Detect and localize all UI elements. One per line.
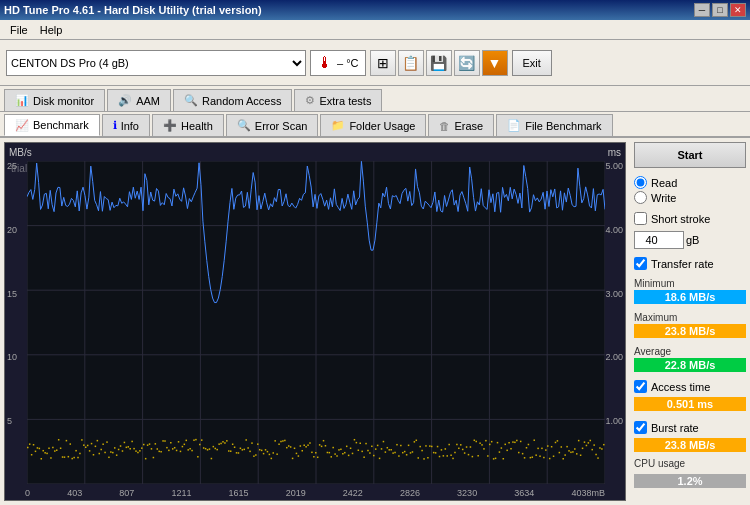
benchmark-label: Benchmark (33, 119, 89, 131)
minimum-label: Minimum (634, 278, 746, 289)
maximum-label: Maximum (634, 312, 746, 323)
icon-btn-4[interactable]: 🔄 (454, 50, 480, 76)
error-scan-label: Error Scan (255, 120, 308, 132)
transfer-rate-checkbox[interactable] (634, 257, 647, 270)
minimum-value: 18.6 MB/s (634, 290, 746, 304)
y-right-300: 3.00 (605, 289, 625, 299)
chart-area: MB/s ms trial version 25 20 15 10 5 5.00… (4, 142, 626, 501)
tabs-row2: 📈 Benchmark ℹ Info ➕ Health 🔍 Error Scan… (0, 112, 750, 138)
start-button[interactable]: Start (634, 142, 746, 168)
y-right-200: 2.00 (605, 352, 625, 362)
write-radio[interactable] (634, 191, 647, 204)
write-radio-label[interactable]: Write (634, 191, 746, 204)
tab-health[interactable]: ➕ Health (152, 114, 224, 136)
tab-benchmark[interactable]: 📈 Benchmark (4, 114, 100, 136)
benchmark-chart (27, 161, 605, 484)
right-panel: Start Read Write Short stroke gB Transfe… (630, 138, 750, 505)
tabs-row1: 📊 Disk monitor 🔊 AAM 🔍 Random Access ⚙ E… (0, 86, 750, 112)
icon-btn-3[interactable]: 💾 (426, 50, 452, 76)
access-time-checkbox-label-text: Access time (651, 381, 710, 393)
tab-folder-usage[interactable]: 📁 Folder Usage (320, 114, 426, 136)
x-3634: 3634 (514, 488, 534, 498)
window-title: HD Tune Pro 4.61 - Hard Disk Utility (tr… (4, 4, 262, 16)
short-stroke-checkbox-label[interactable]: Short stroke (634, 212, 746, 225)
file-benchmark-icon: 📄 (507, 119, 521, 132)
access-time-value: 0.501 ms (634, 397, 746, 411)
disk-monitor-icon: 📊 (15, 94, 29, 107)
file-menu[interactable]: File (4, 22, 34, 38)
file-benchmark-label: File Benchmark (525, 120, 601, 132)
y-axis-right: 5.00 4.00 3.00 2.00 1.00 (605, 143, 625, 480)
help-menu[interactable]: Help (34, 22, 69, 38)
minimize-button[interactable]: ─ (694, 3, 710, 17)
burst-rate-checkbox[interactable] (634, 421, 647, 434)
x-807: 807 (119, 488, 134, 498)
y-left-10: 10 (5, 352, 17, 362)
transfer-rate-checkbox-label[interactable]: Transfer rate (634, 257, 746, 270)
average-section: Average 22.8 MB/s (634, 346, 746, 372)
y-left-25: 25 (5, 161, 17, 171)
folder-usage-label: Folder Usage (349, 120, 415, 132)
tab-disk-monitor[interactable]: 📊 Disk monitor (4, 89, 105, 111)
y-right-100: 1.00 (605, 416, 625, 426)
x-0: 0 (25, 488, 30, 498)
x-4038: 4038mB (571, 488, 605, 498)
error-scan-icon: 🔍 (237, 119, 251, 132)
tab-erase[interactable]: 🗑 Erase (428, 114, 494, 136)
tab-random-access[interactable]: 🔍 Random Access (173, 89, 292, 111)
tab-aam[interactable]: 🔊 AAM (107, 89, 171, 111)
read-radio[interactable] (634, 176, 647, 189)
x-2422: 2422 (343, 488, 363, 498)
y-left-15: 15 (5, 289, 17, 299)
erase-icon: 🗑 (439, 120, 450, 132)
info-icon: ℹ (113, 119, 117, 132)
y-left-5: 5 (5, 416, 17, 426)
random-access-icon: 🔍 (184, 94, 198, 107)
maximize-button[interactable]: □ (712, 3, 728, 17)
x-3230: 3230 (457, 488, 477, 498)
y-axis-left: 25 20 15 10 5 (5, 143, 17, 480)
x-403: 403 (67, 488, 82, 498)
maximum-value: 23.8 MB/s (634, 324, 746, 338)
tab-file-benchmark[interactable]: 📄 File Benchmark (496, 114, 612, 136)
icon-btn-2[interactable]: 📋 (398, 50, 424, 76)
exit-button[interactable]: Exit (512, 50, 552, 76)
maximum-section: Maximum 23.8 MB/s (634, 312, 746, 338)
burst-rate-checkbox-label-text: Burst rate (651, 422, 699, 434)
folder-usage-icon: 📁 (331, 119, 345, 132)
icon-btn-5[interactable]: ▼ (482, 50, 508, 76)
menu-bar: File Help (0, 20, 750, 40)
drive-select[interactable]: CENTON DS Pro (4 gB) (6, 50, 306, 76)
x-2019: 2019 (286, 488, 306, 498)
close-button[interactable]: ✕ (730, 3, 746, 17)
y-left-20: 20 (5, 225, 17, 235)
tab-extra-tests[interactable]: ⚙ Extra tests (294, 89, 382, 111)
y-right-400: 4.00 (605, 225, 625, 235)
icon-btn-1[interactable]: ⊞ (370, 50, 396, 76)
cpu-value: 1.2% (634, 474, 746, 488)
toolbar-icons: ⊞ 📋 💾 🔄 ▼ (370, 50, 508, 76)
disk-monitor-label: Disk monitor (33, 95, 94, 107)
x-1211: 1211 (171, 488, 191, 498)
tab-error-scan[interactable]: 🔍 Error Scan (226, 114, 319, 136)
extra-tests-label: Extra tests (319, 95, 371, 107)
thermometer-icon: 🌡 (317, 54, 333, 72)
burst-rate-checkbox-label[interactable]: Burst rate (634, 421, 746, 434)
aam-icon: 🔊 (118, 94, 132, 107)
short-stroke-input[interactable] (634, 231, 684, 249)
temp-display: 🌡 – °C (310, 50, 366, 76)
title-bar: HD Tune Pro 4.61 - Hard Disk Utility (tr… (0, 0, 750, 20)
gb-label: gB (686, 234, 699, 246)
short-stroke-checkbox[interactable] (634, 212, 647, 225)
main-content: MB/s ms trial version 25 20 15 10 5 5.00… (0, 138, 750, 505)
read-label: Read (651, 177, 677, 189)
cpu-label: CPU usage (634, 458, 746, 469)
tab-info[interactable]: ℹ Info (102, 114, 150, 136)
access-time-checkbox[interactable] (634, 380, 647, 393)
read-write-group: Read Write (634, 176, 746, 204)
temp-value: – °C (337, 57, 359, 69)
read-radio-label[interactable]: Read (634, 176, 746, 189)
erase-label: Erase (454, 120, 483, 132)
access-time-checkbox-label[interactable]: Access time (634, 380, 746, 393)
minimum-section: Minimum 18.6 MB/s (634, 278, 746, 304)
